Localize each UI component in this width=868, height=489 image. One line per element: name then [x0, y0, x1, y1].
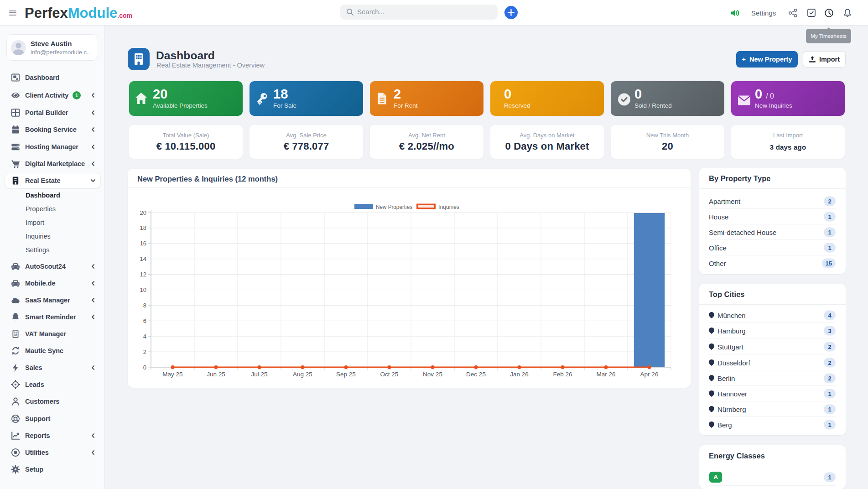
svg-text:Oct 25: Oct 25	[380, 371, 399, 378]
svg-text:16: 16	[140, 240, 146, 247]
svg-text:Nov 25: Nov 25	[423, 371, 442, 378]
svg-text:Feb 26: Feb 26	[553, 371, 572, 378]
svg-text:Jan 26: Jan 26	[510, 371, 529, 378]
svg-text:Jul 25: Jul 25	[251, 371, 267, 378]
svg-text:20: 20	[140, 209, 146, 216]
svg-text:Inquiries: Inquiries	[438, 203, 459, 210]
svg-text:Apr 26: Apr 26	[640, 371, 659, 378]
svg-text:12: 12	[140, 271, 146, 278]
svg-text:2: 2	[143, 349, 146, 355]
svg-text:0: 0	[143, 364, 146, 371]
svg-text:New Properties: New Properties	[376, 203, 412, 210]
svg-text:10: 10	[140, 286, 146, 293]
svg-text:8: 8	[143, 302, 146, 309]
svg-text:May 25: May 25	[162, 371, 182, 378]
svg-text:Aug 25: Aug 25	[293, 371, 312, 378]
svg-text:6E: 6E	[14, 334, 17, 337]
svg-text:6: 6	[143, 317, 146, 324]
svg-text:14: 14	[140, 255, 146, 262]
svg-text:4: 4	[143, 333, 146, 340]
svg-text:Mar 26: Mar 26	[596, 371, 615, 378]
svg-text:Sep 25: Sep 25	[336, 371, 356, 378]
svg-text:18: 18	[140, 224, 146, 231]
svg-text:Jun 25: Jun 25	[207, 371, 225, 378]
svg-text:Dec 25: Dec 25	[466, 371, 486, 378]
